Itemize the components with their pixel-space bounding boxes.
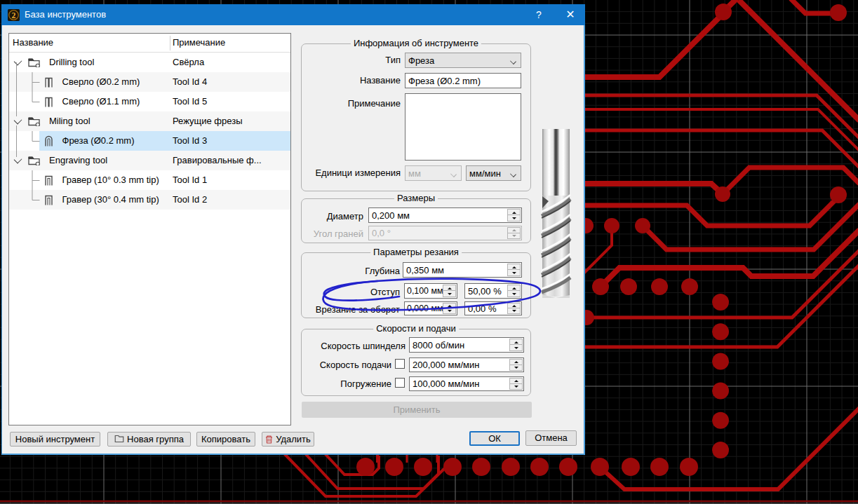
svg-text:2: 2 <box>12 11 16 20</box>
